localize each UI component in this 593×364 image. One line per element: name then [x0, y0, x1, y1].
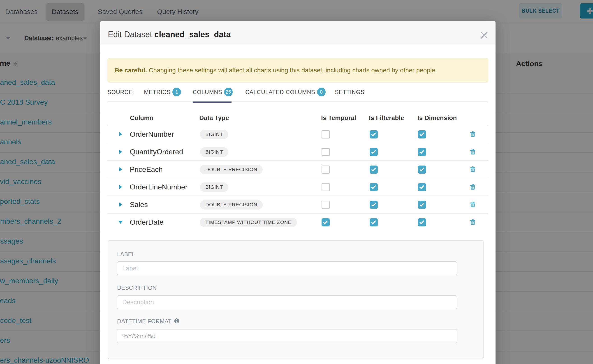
- check-icon: [419, 202, 424, 207]
- label-field-label: LABEL: [117, 251, 135, 258]
- trash-icon: [470, 131, 475, 137]
- column-row: QuantityOrdered BIGINT: [107, 143, 488, 161]
- warning-alert-bold: Be careful.: [115, 67, 147, 74]
- col-header-is-dimension: Is Dimension: [417, 110, 457, 126]
- is-dimension-checkbox[interactable]: [418, 218, 426, 227]
- modal-tabs: SOURCE METRICS1 COLUMNS25 CALCULATED COL…: [107, 83, 488, 102]
- description-field-label: DESCRIPTION: [117, 285, 157, 291]
- close-button[interactable]: [478, 29, 490, 41]
- is-filterable-checkbox[interactable]: [370, 148, 378, 156]
- check-icon: [371, 167, 376, 172]
- datetime-format-field-label: DATETIME FORMAT: [117, 318, 171, 325]
- modal-title: Edit Dataset cleaned_sales_data: [108, 30, 231, 39]
- expand-caret-icon[interactable]: [118, 126, 123, 143]
- check-icon: [419, 167, 424, 172]
- collapse-caret-icon[interactable]: [118, 214, 123, 231]
- delete-column-button[interactable]: [470, 131, 475, 137]
- is-temporal-checkbox[interactable]: [322, 148, 330, 156]
- check-icon: [419, 150, 424, 154]
- modal-header: Edit Dataset cleaned_sales_data: [100, 21, 495, 45]
- data-type-pill: DOUBLE PRECISION: [200, 165, 263, 174]
- tab-label: METRICS: [144, 89, 171, 95]
- tab-label: CALCULATED COLUMNS: [245, 89, 315, 95]
- data-type-pill: BIGINT: [200, 130, 228, 139]
- caret-right-icon: [118, 178, 123, 195]
- is-dimension-checkbox[interactable]: [418, 130, 426, 138]
- delete-column-button[interactable]: [470, 184, 475, 190]
- caret-right-icon: [118, 196, 123, 213]
- is-temporal-checkbox[interactable]: [322, 201, 330, 209]
- screen: Databases Datasets Saved Queries Query H…: [0, 0, 593, 364]
- col-header-is-filterable: Is Filterable: [369, 110, 404, 126]
- is-filterable-checkbox[interactable]: [370, 218, 378, 227]
- caret-down-icon: [118, 214, 123, 231]
- metrics-count-badge: 1: [172, 88, 181, 96]
- column-row: Sales DOUBLE PRECISION: [107, 196, 488, 214]
- is-temporal-checkbox[interactable]: [322, 130, 330, 138]
- tab-settings[interactable]: SETTINGS: [335, 83, 364, 102]
- column-row-expanded: OrderDate TIMESTAMP WITHOUT TIME ZONE: [107, 214, 488, 231]
- delete-column-button[interactable]: [470, 201, 475, 208]
- column-row: OrderNumber BIGINT: [107, 126, 488, 143]
- close-icon: [481, 32, 488, 39]
- is-filterable-checkbox[interactable]: [370, 201, 378, 209]
- is-dimension-checkbox[interactable]: [418, 148, 426, 156]
- is-temporal-checkbox[interactable]: [322, 166, 330, 174]
- delete-column-button[interactable]: [470, 166, 475, 172]
- tab-source[interactable]: SOURCE: [107, 83, 133, 102]
- modal-title-prefix: Edit Dataset: [108, 30, 152, 39]
- expand-caret-icon[interactable]: [118, 178, 123, 195]
- column-name: OrderNumber: [130, 126, 174, 143]
- datetime-format-input[interactable]: [117, 329, 457, 343]
- check-icon: [419, 185, 424, 189]
- trash-icon: [470, 148, 475, 155]
- caret-right-icon: [118, 143, 123, 160]
- dataset-name: cleaned_sales_data: [154, 30, 231, 39]
- trash-icon: [470, 166, 475, 172]
- is-filterable-checkbox[interactable]: [370, 166, 378, 174]
- is-dimension-checkbox[interactable]: [418, 166, 426, 174]
- column-name: QuantityOrdered: [130, 143, 183, 160]
- is-filterable-checkbox[interactable]: [370, 183, 378, 191]
- check-icon: [371, 220, 376, 224]
- tab-metrics[interactable]: METRICS1: [144, 83, 181, 102]
- expand-caret-icon[interactable]: [118, 196, 123, 213]
- check-icon: [371, 185, 376, 189]
- warning-alert-text: Changing these settings will affect all …: [149, 67, 437, 74]
- is-filterable-checkbox[interactable]: [370, 130, 378, 138]
- is-temporal-checkbox[interactable]: [322, 183, 330, 191]
- is-dimension-checkbox[interactable]: [418, 183, 426, 191]
- tab-columns[interactable]: COLUMNS25: [193, 83, 233, 102]
- caret-right-icon: [118, 161, 123, 178]
- check-icon: [419, 132, 424, 136]
- column-name: PriceEach: [130, 161, 163, 178]
- description-input[interactable]: [117, 295, 457, 309]
- delete-column-button[interactable]: [470, 148, 475, 155]
- data-type-pill: BIGINT: [200, 182, 228, 192]
- check-icon: [419, 220, 424, 224]
- edit-dataset-modal: Edit Dataset cleaned_sales_data Be caref…: [100, 21, 495, 364]
- calculated-columns-count-badge: 0: [317, 88, 326, 96]
- warning-alert: Be careful.Changing these settings will …: [107, 58, 488, 83]
- is-temporal-checkbox[interactable]: [322, 218, 330, 227]
- data-type-pill: DOUBLE PRECISION: [200, 200, 263, 209]
- col-header-column: Column: [130, 110, 153, 126]
- info-icon[interactable]: [174, 318, 179, 323]
- check-icon: [323, 220, 328, 224]
- col-header-data-type: Data Type: [199, 110, 229, 126]
- check-icon: [371, 150, 376, 154]
- check-icon: [371, 202, 376, 207]
- columns-table: Column Data Type Is Temporal Is Filterab…: [107, 102, 488, 240]
- delete-column-button[interactable]: [470, 219, 475, 225]
- label-input[interactable]: [117, 261, 457, 275]
- column-name: OrderLineNumber: [130, 178, 188, 195]
- expand-caret-icon[interactable]: [118, 161, 123, 178]
- column-name: Sales: [130, 196, 148, 213]
- tab-calculated-columns[interactable]: CALCULATED COLUMNS0: [245, 83, 326, 102]
- column-detail-panel: LABEL DESCRIPTION DATETIME FORMAT: [108, 240, 484, 359]
- column-row: PriceEach DOUBLE PRECISION: [107, 161, 488, 178]
- is-dimension-checkbox[interactable]: [418, 201, 426, 209]
- data-type-pill: BIGINT: [200, 147, 228, 157]
- trash-icon: [470, 219, 475, 225]
- expand-caret-icon[interactable]: [118, 143, 123, 160]
